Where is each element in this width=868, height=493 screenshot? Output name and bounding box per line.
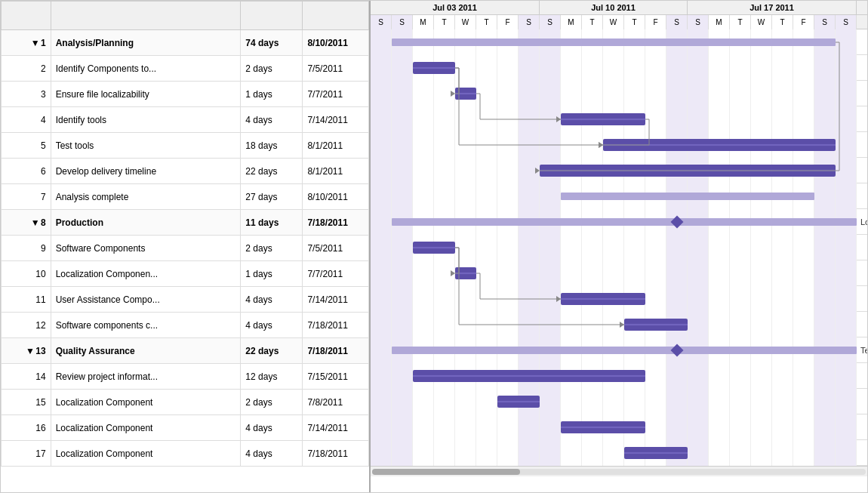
gantt-bg-cell [836,81,857,106]
gantt-bg-cell [476,158,497,183]
gantt-bg-cell [476,414,497,440]
scrollbar[interactable] [371,466,867,476]
gantt-bg-cell [434,158,455,183]
gantt-bg-cell [540,286,561,312]
task-duration-7: 27 days [241,184,303,210]
gantt-bg-cell [793,286,814,312]
task-finish-5: 8/1/2011 [303,133,369,159]
task-name-15: Localization Component [51,390,241,415]
gantt-bg-cell [666,81,688,106]
day-cell-2: M [413,15,434,29]
gantt-bg-cell [413,389,434,414]
gantt-bg-cell [455,183,476,209]
gantt-bg-cell [645,106,666,132]
gantt-bg-cell [751,414,772,440]
gantt-bg-cell [624,260,645,286]
gantt-bg-cell [434,132,455,158]
gantt-bg-cell [582,260,603,286]
gantt-bg-cell [392,363,413,389]
gantt-bg-cell [751,235,772,260]
gantt-week-row: Jul 03 2011Jul 10 2011Jul 17 2011 [371,1,867,15]
task-name-17: Localization Component [51,441,241,467]
gantt-row-12 [371,312,867,337]
gantt-bg-cell [476,55,497,81]
week-label: Jul 17 2011 [688,1,857,14]
task-id-12: 12 [2,313,51,338]
gantt-bg-cell [603,389,624,414]
gantt-bg-cell [455,55,476,81]
gantt-bg-cell [519,158,540,183]
gantt-bg-cell [455,312,476,337]
gantt-bg-cell [814,260,836,286]
gantt-bg-cell [497,158,519,183]
gantt-bg-cell [392,55,413,81]
gantt-bg-cell [793,312,814,337]
day-cell-6: F [497,15,519,29]
gantt-bg-cell [709,312,730,337]
gantt-bg-cell [561,132,582,158]
gantt-bg-cell [476,81,497,106]
gantt-bg-cell [666,106,688,132]
gantt-bg-cell [793,389,814,414]
gantt-bg-cell [582,312,603,337]
scrollbar-track[interactable] [372,469,866,475]
day-cell-13: F [645,15,666,29]
gantt-bg-cell [836,414,857,440]
gantt-bg-cell [645,389,666,414]
gantt-bg-cell [751,440,772,466]
gantt-task-bar [561,293,645,305]
gantt-bg-cell [413,312,434,337]
gantt-bg-cell [836,183,857,209]
expand-icon[interactable]: ▼ [31,217,38,228]
task-duration-10: 1 days [241,261,303,287]
gantt-bg-cell [476,312,497,337]
gantt-bg-cell [497,312,519,337]
gantt-bg-cell [666,414,688,440]
task-duration-5: 18 days [241,133,303,159]
gantt-bg-cell [582,55,603,81]
gantt-bg-cell [392,235,413,260]
gantt-bg-cell [392,440,413,466]
gantt-bg-cell [645,414,666,440]
gantt-bg-cell [540,414,561,440]
gantt-task-bar [540,165,836,177]
gantt-bg-cell [603,440,624,466]
gantt-bg-cell [455,414,476,440]
gantt-bg-cell [434,440,455,466]
gantt-row-4 [371,106,867,132]
day-cell-21: S [814,15,836,29]
col-header-duration [241,2,303,30]
task-id-7: 7 [2,184,51,210]
gantt-bg-cell [371,29,392,55]
technical-reviewer-label: Technical Reviewer [860,346,867,355]
gantt-bg-cell [772,55,793,81]
gantt-bg-cell [772,440,793,466]
gantt-bg-cell [793,106,814,132]
task-name-10: Localization Componen... [51,261,241,287]
task-name-8: Production [51,210,241,236]
gantt-bg-cell [688,363,709,389]
task-name-12: Software components c... [51,313,241,338]
week-label: Jul 10 2011 [540,1,688,14]
gantt-bg-cell [793,235,814,260]
gantt-bg-cell [371,81,392,106]
gantt-bg-cell [836,158,857,183]
gantt-bg-cell [836,132,857,158]
gantt-bg-cell [413,440,434,466]
task-finish-7: 8/10/2011 [303,184,369,210]
scrollbar-thumb[interactable] [372,469,520,475]
gantt-bg-cell [814,363,836,389]
gantt-bg-cell [561,55,582,81]
gantt-bg-cell [751,55,772,81]
expand-icon[interactable]: ▼ [26,346,33,356]
expand-icon[interactable]: ▼ [31,38,38,48]
gantt-bg-cell [540,132,561,158]
gantt-bg-cell [772,414,793,440]
task-finish-6: 8/1/2011 [303,159,369,184]
gantt-bg-cell [624,81,645,106]
task-finish-13: 7/18/2011 [303,338,369,364]
day-cell-22: S [836,15,857,29]
gantt-bg-cell [836,363,857,389]
gantt-bg-cell [519,81,540,106]
gantt-bg-cell [793,414,814,440]
